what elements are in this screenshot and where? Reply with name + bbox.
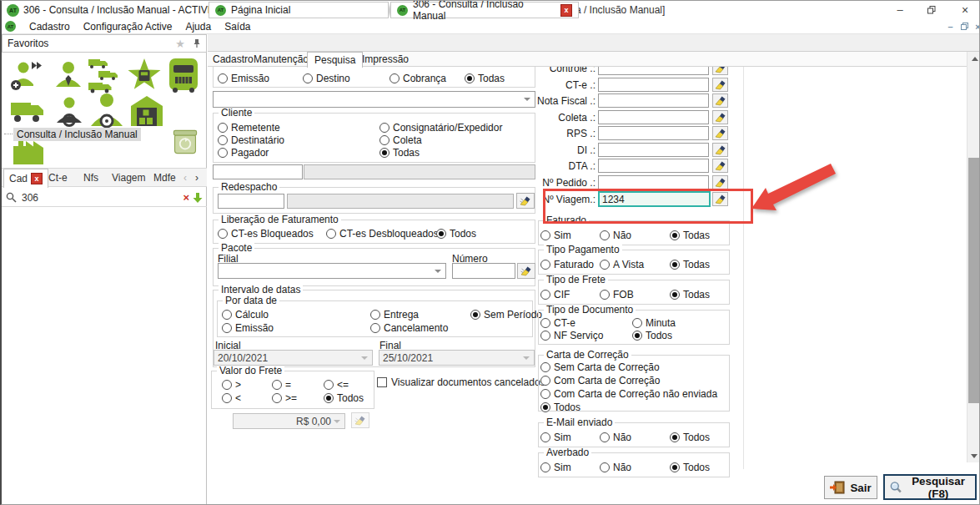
checkbox-visualizar-cancelados[interactable]: Visualizar documentos cancelados [377, 376, 545, 388]
scrollbar-thumb[interactable] [968, 158, 980, 403]
radio-remetente[interactable]: Remetente [218, 122, 280, 134]
sair-button[interactable]: Sair [824, 476, 877, 499]
radio-doc-todos[interactable]: Todos [632, 330, 672, 341]
menu-ajuda[interactable]: Ajuda [185, 21, 211, 33]
radio-pagador[interactable]: Pagador [218, 147, 269, 159]
menu-cadastro[interactable]: Cadastro [29, 21, 70, 33]
radio-valor-maior[interactable]: > [222, 379, 241, 391]
clear-di-button[interactable] [712, 143, 728, 157]
radio-frete-fob[interactable]: FOB [600, 289, 634, 300]
radio-data-calculo[interactable]: Cálculo [222, 309, 269, 321]
controle-input[interactable] [598, 67, 709, 75]
mdi-minimize-button[interactable]: – [944, 21, 957, 32]
driver-large-icon[interactable] [88, 93, 125, 129]
radio-doc-minuta[interactable]: Minuta [632, 317, 676, 329]
driver-icon[interactable] [53, 96, 85, 128]
radio-averbado-nao[interactable]: Não [600, 462, 631, 473]
cte-input[interactable] [598, 78, 709, 92]
warehouse-icon[interactable] [128, 93, 165, 129]
tab-306-consulta[interactable]: AT 306 - Consulta / Inclusão Manual x [390, 2, 579, 18]
clear-nota-fiscal-button[interactable] [712, 93, 728, 108]
clear-pacote-button[interactable] [517, 263, 535, 279]
radio-data-entrega[interactable]: Entrega [370, 309, 419, 321]
coleta-input[interactable] [598, 110, 709, 124]
close-button[interactable]: × [954, 1, 976, 18]
radio-sem-periodo[interactable]: Sem Período [470, 309, 542, 321]
subtab-manutencao[interactable]: Manutenção [254, 53, 309, 65]
tab-close-icon[interactable]: x [560, 4, 572, 17]
favorite-star-icon[interactable]: ★ [175, 38, 185, 50]
radio-valor-menor-igual[interactable]: <= [324, 379, 349, 391]
radio-filial-todas[interactable]: Todas [465, 73, 505, 84]
clear-coleta-button[interactable] [712, 110, 728, 124]
radio-pag-avista[interactable]: A Vista [600, 259, 644, 270]
redespacho-codigo-input[interactable] [218, 194, 284, 209]
radio-data-cancelamento[interactable]: Cancelamento [370, 322, 448, 334]
sidebar-tab-viagem[interactable]: Viagem [107, 169, 150, 187]
fleet-trucks-icon[interactable] [87, 58, 122, 94]
recycle-bin-icon[interactable] [171, 128, 199, 156]
pacote-filial-combobox[interactable] [218, 263, 446, 279]
radio-destinatario[interactable]: Destinatário [218, 134, 284, 146]
sidebar-tab-cte[interactable]: Ct-e [43, 169, 73, 187]
scroll-up-icon[interactable] [972, 57, 978, 61]
clear-dta-button[interactable] [712, 159, 728, 173]
bus-icon[interactable] [166, 57, 201, 93]
radio-doc-nf-servico[interactable]: NF Serviço [540, 330, 603, 341]
sidebar-tab-nfs[interactable]: Nfs [78, 169, 103, 187]
radio-com-carta[interactable]: Com Carta de Correção [540, 375, 660, 386]
radio-filial-cobranca[interactable]: Cobrança [389, 73, 446, 84]
radio-sem-carta[interactable]: Sem Carta de Correção [540, 361, 660, 373]
radio-ctes-desbloqueados[interactable]: CT-es Desbloqueados [326, 228, 439, 240]
radio-doc-cte[interactable]: CT-e [540, 317, 575, 329]
pin-icon[interactable] [193, 38, 201, 48]
subtab-pesquisa[interactable]: Pesquisa [307, 52, 363, 68]
radio-pag-faturado[interactable]: Faturado [540, 259, 594, 270]
restore-button[interactable] [921, 1, 942, 18]
clear-cte-button[interactable] [712, 78, 728, 92]
dta-input[interactable] [598, 159, 709, 173]
clear-controle-button[interactable] [712, 67, 728, 75]
employee-icon[interactable] [52, 59, 85, 93]
pesquisar-button[interactable]: Pesquisar (F8) [883, 474, 977, 500]
radio-email-todos[interactable]: Todos [670, 432, 710, 443]
subtab-cadastro[interactable]: Cadastro [213, 53, 254, 65]
mdi-restore-button[interactable] [958, 21, 971, 32]
star-truck-icon[interactable] [127, 58, 162, 93]
radio-averbado-todos[interactable]: Todos [670, 462, 710, 473]
menu-configuracao-active[interactable]: Configuração Active [83, 21, 173, 33]
subtab-impressao[interactable]: Impressão [362, 53, 409, 65]
rps-input[interactable] [598, 126, 709, 140]
cliente-codigo-input[interactable] [213, 164, 303, 179]
radio-frete-todas[interactable]: Todas [670, 289, 710, 300]
di-input[interactable] [598, 143, 709, 157]
search-clear-icon[interactable]: × [183, 191, 189, 204]
radio-averbado-sim[interactable]: Sim [540, 462, 571, 473]
radio-filial-emissao[interactable]: Emissão [218, 73, 269, 84]
filial-combobox[interactable] [213, 91, 535, 108]
truck-icon[interactable] [10, 96, 45, 128]
radio-coleta[interactable]: Coleta [379, 134, 422, 146]
pedido-input[interactable] [598, 175, 709, 189]
radio-frete-cif[interactable]: CIF [540, 289, 570, 300]
tabs-scroll-next-icon[interactable]: › [195, 172, 199, 184]
sidebar-search-input[interactable] [20, 191, 179, 205]
radio-carta-nao-enviada[interactable]: Com Carta de Correção não enviada [540, 388, 717, 400]
radio-consignatario[interactable]: Consignatário/Expedidor [379, 122, 502, 134]
radio-data-emissao[interactable]: Emissão [222, 322, 274, 334]
radio-liberacao-todos[interactable]: Todos [436, 228, 476, 240]
radio-faturado-todas[interactable]: Todas [670, 230, 710, 241]
radio-faturado-nao[interactable]: Não [600, 230, 631, 241]
radio-ctes-bloqueados[interactable]: CT-es Bloqueados [218, 228, 314, 240]
radio-email-nao[interactable]: Não [600, 432, 631, 443]
clear-rps-button[interactable] [712, 126, 728, 140]
mdi-close-button[interactable]: × [972, 21, 980, 32]
tree-item-consulta[interactable]: Consulta / Inclusão Manual [13, 128, 141, 141]
radio-faturado-sim[interactable]: Sim [540, 230, 571, 241]
tabs-scroll-prev-icon[interactable]: ‹ [183, 172, 187, 184]
sidebar-tab-mdfe[interactable]: Mdfe [148, 169, 181, 187]
nota-fiscal-input[interactable] [598, 93, 709, 108]
scroll-down-icon[interactable] [971, 454, 977, 458]
tab-close-icon[interactable]: x [31, 173, 43, 184]
radio-valor-menor[interactable]: < [222, 392, 241, 404]
